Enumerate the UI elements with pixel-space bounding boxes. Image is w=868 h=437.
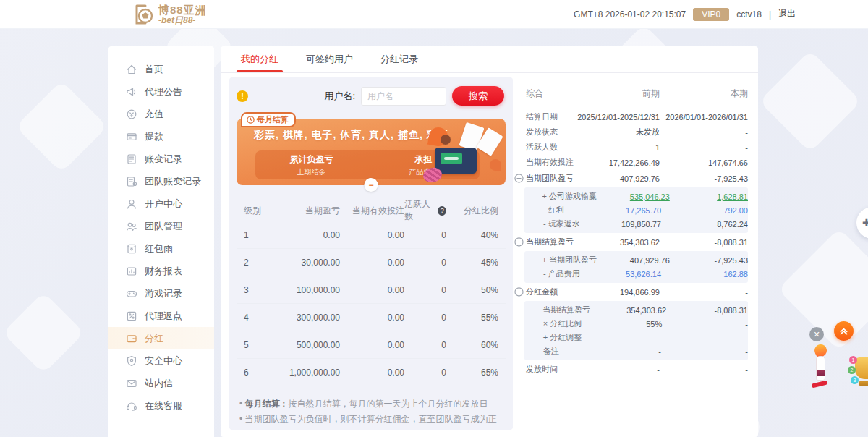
table-cell: 0.00 [340,258,404,268]
summary-row-label: + 分红调整 [543,332,582,343]
collapse-minus-icon[interactable] [514,287,526,297]
table-cell: 55% [446,313,498,323]
sidebar-item-label: 开户中心 [145,198,182,211]
table-cell: 0.00 [340,368,404,378]
sidebar-item-security-center[interactable]: 安全中心 [109,349,214,372]
summary-row-label: + 公司游戏输赢 [542,191,596,202]
close-icon: ✕ [813,330,820,339]
summary-row-label: 发放时间 [514,364,574,375]
summary-current-value: 162.88 [661,270,748,279]
mascot-promo[interactable] [809,344,833,392]
trophy-promo[interactable]: 1 2 3 [848,355,868,391]
collapse-minus-icon[interactable] [514,237,526,247]
summary-previous-value[interactable]: 535,046.23 [597,192,670,201]
note-lead: 每月结算： [245,399,289,409]
column-header: 活跃人数? [404,198,446,223]
monthly-settlement-banner: 每月结算 彩票, 棋牌, 电子, 体育, 真人, 捕鱼, 彩票 累计负盈亏 上期… [237,119,506,185]
summary-current-value: - [660,128,748,137]
sidebar-item-open-account[interactable]: 开户中心 [109,192,214,215]
summary-current-value: 8,762.24 [661,220,748,229]
logo-title: 博88亚洲 [158,4,207,15]
sidebar-item-online-service[interactable]: 在线客服 [109,394,214,417]
table-cell: 0 [404,285,446,295]
search-button[interactable]: 搜索 [452,86,504,106]
floating-service-button[interactable]: ✚ [856,207,868,239]
logout-link[interactable]: 退出 [778,8,796,20]
tab-1[interactable]: 我的分红 [241,46,278,72]
column-header: 分红比例 [446,205,498,217]
game-records-icon [126,288,137,300]
sidebar-item-team-manage[interactable]: 团队管理 [109,215,214,237]
table-cell: 40% [446,230,498,240]
table-cell: 2 [244,258,276,268]
banner-collapse-toggle[interactable]: − [365,178,378,192]
page: 博88亚洲 -bet日88- GMT+8 2026-01-02 20:15:07… [0,0,868,437]
dividend-icon [126,333,137,344]
sidebar-item-label: 首页 [145,63,163,76]
sidebar-item-announcement[interactable]: 代理公告 [109,80,214,103]
monthly-settlement-tag: 每月结算 [241,112,296,127]
sidebar-item-account-records[interactable]: 账变记录 [109,148,214,170]
note-item: 当期团队盈亏为负值时，则不计算分红佣金，直至团队盈亏成为正数，才会产生分红 [239,412,504,430]
table-cell: 3 [244,285,276,295]
sidebar-item-agent-rebate[interactable]: 代理返点 [109,305,214,327]
summary-previous-value: 1 [574,143,660,152]
summary-previous-value: - [580,347,661,356]
double-chevron-up-icon [839,326,848,336]
summary-previous-value: 未发放 [574,127,660,137]
close-promo-button[interactable]: ✕ [809,327,824,341]
summary-previous-value: - [574,365,660,374]
table-cell: 0.00 [276,230,340,240]
rank-2-badge: 2 [848,366,856,374]
sidebar-item-dividend[interactable]: 分红 [109,327,214,349]
banner-illustration [422,123,503,184]
withdraw-icon [126,131,137,143]
summary-row-label: 当期团队盈亏 [526,173,574,184]
sidebar-item-finance-report[interactable]: 财务报表 [109,260,214,282]
sidebar-item-label: 安全中心 [145,355,182,368]
username-label: 用户名: [324,90,355,103]
summary-current-value[interactable]: 1,628.81 [670,192,748,201]
table-cell: 0.00 [340,313,404,323]
banner-tag-label: 每月结算 [257,114,289,125]
warning-icon[interactable]: ! [237,90,248,102]
summary-sub-group: + 当期团队盈亏407,929.76-7,925.43- 产品费用53,626.… [524,251,748,283]
sidebar-item-withdraw[interactable]: 提款 [109,125,214,148]
tab-3[interactable]: 分红记录 [380,46,418,72]
sidebar-item-deposit[interactable]: 充值 [109,103,214,125]
rank-3-badge: 3 [851,376,859,384]
username-input[interactable] [361,87,446,106]
main-card: 我的分红可签约用户分红记录 ! 用户名: 搜索 每月结算 彩票 [221,46,758,437]
summary-row: - 玩家返水109,850.778,762.24 [524,217,748,231]
dividend-panel: ! 用户名: 搜索 每月结算 彩票, 棋牌, 电子, 体育, 真人, 捕鱼, 彩… [229,77,513,430]
diamond-decoration [2,292,84,373]
search-row: ! 用户名: 搜索 [229,77,513,109]
service-glyph-icon: ✚ [862,217,868,229]
sidebar-item-red-packet[interactable]: 红包雨 [109,237,214,260]
tab-2[interactable]: 可签约用户 [306,46,353,72]
sidebar-item-mail[interactable]: 站内信 [109,372,214,394]
sidebar-item-game-records[interactable]: 游戏记录 [109,282,214,305]
summary-row: 当期有效投注17,422,266.49147,674.66 [514,156,748,169]
sidebar-item-home[interactable]: 首页 [109,58,214,80]
summary-current-value: -8,088.31 [660,238,748,247]
vip-badge: VIP0 [693,8,729,21]
summary-header-row: 综合前期本期 [514,88,748,100]
diamond-decoration [759,50,861,152]
help-icon[interactable]: ? [438,206,446,216]
summary-row-label: 当期结算盈亏 [526,237,574,247]
table-cell: 300,000.00 [276,313,340,323]
summary-previous-value: 2025/12/01-2025/12/31 [574,113,660,122]
table-row: 5500,000.000.00060% [237,331,506,359]
back-to-top-button[interactable] [834,321,854,341]
brand-logo[interactable]: 博88亚洲 -bet日88- [134,4,207,25]
collapse-minus-icon[interactable] [514,174,526,183]
summary-header-previous: 前期 [574,88,660,100]
summary-row-label: × 分红比例 [543,318,582,329]
summary-row: 活跃人数1- [514,140,748,154]
banner-left-sub: 上期结余 [297,167,326,177]
sidebar-item-team-account-records[interactable]: 团队账变记录 [109,170,214,192]
table-cell: 0 [404,258,446,268]
table-cell: 1,000,000.00 [276,368,340,378]
clock-icon [247,116,255,124]
